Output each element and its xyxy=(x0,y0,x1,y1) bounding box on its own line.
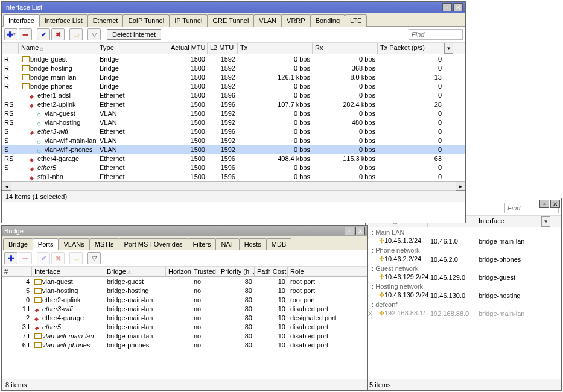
tab-eoip-tunnel[interactable]: EoIP Tunnel xyxy=(122,14,170,27)
tab-interface[interactable]: Interface xyxy=(3,14,40,27)
bridge-port-row[interactable]: 0ether2-uplinkbridge-main-lanno8010root … xyxy=(2,295,367,304)
tab-lte[interactable]: LTE xyxy=(345,14,367,27)
address-row[interactable]: ✢10.46.1.2/2410.46.1.0bridge-main-lan xyxy=(366,236,561,245)
address-row[interactable]: X✢192.168.88.1/...192.168.88.0bridge-mai… xyxy=(366,309,561,318)
interface-row[interactable]: RSvlan-guestVLAN150015920 bps0 bps0 xyxy=(2,109,465,118)
enable-button[interactable]: ✔ xyxy=(37,28,50,40)
ether-icon xyxy=(34,324,41,330)
address-group-row: ::: Phone network xyxy=(366,245,561,254)
columns-dropdown[interactable]: ▼ xyxy=(541,216,550,227)
interface-titlebar: Interface List ▫ ✕ xyxy=(2,2,465,13)
tab-bridge[interactable]: Bridge xyxy=(3,238,33,250)
interface-row[interactable]: Svlan-wifi-phonesVLAN150015920 bps0 bps0 xyxy=(2,145,465,154)
bridge-icon xyxy=(22,56,29,62)
col-tx-packet[interactable]: Tx Packet (p/s) xyxy=(378,43,444,54)
bridge-port-row[interactable]: 6 Ivlan-wifi-phonesbridge-phonesno8010di… xyxy=(2,340,367,349)
x-icon: ✖ xyxy=(56,254,61,262)
tab-vrrp[interactable]: VRRP xyxy=(281,14,311,27)
col-name[interactable]: Name△ xyxy=(19,43,97,54)
interface-row[interactable]: Rbridge-phonesBridge150015920 bps0 bps0 xyxy=(2,81,465,90)
interface-row[interactable]: Svlan-wifi-main-lanVLAN150015920 bps0 bp… xyxy=(2,136,465,145)
bridge-table-header: # Interface Bridge△ Horizon Trusted Prio… xyxy=(2,267,367,277)
interface-row[interactable]: ether1-adslEthernet150015960 bps0 bps0 xyxy=(2,90,465,100)
filter-button[interactable]: ▽ xyxy=(87,252,101,264)
bridge-tabs: BridgePortsVLANsMSTIsPort MST OverridesF… xyxy=(2,236,367,250)
bridge-port-row[interactable]: 1 Iether3-wifibridge-main-lanno8010disab… xyxy=(2,304,367,313)
col-flag[interactable] xyxy=(2,43,19,54)
tab-ethernet[interactable]: Ethernet xyxy=(87,14,124,27)
interface-row[interactable]: Rbridge-hostingBridge150015920 bps368 bp… xyxy=(2,63,465,72)
address-row[interactable]: ✢10.46.129.2/2410.46.129.0bridge-guest xyxy=(366,273,561,282)
tab-mdb[interactable]: MDB xyxy=(266,238,291,250)
col-actual-mtu[interactable]: Actual MTU xyxy=(168,43,208,54)
col-interface[interactable]: Interface xyxy=(476,216,541,227)
disable-button[interactable]: ✖ xyxy=(51,28,65,40)
interface-row[interactable]: RSvlan-hostingVLAN150015920 bps480 bps0 xyxy=(2,118,465,127)
interface-row[interactable]: Rbridge-main-lanBridge15001592126.1 kbps… xyxy=(2,72,465,81)
comment-button[interactable]: ▭ xyxy=(69,28,83,40)
bridge-port-row[interactable]: 5vlan-hostingbridge-hostingno8010root po… xyxy=(2,286,367,295)
tab-ip-tunnel[interactable]: IP Tunnel xyxy=(169,14,208,27)
address-group-row: ::: Hosting network xyxy=(366,282,561,291)
address-row[interactable]: ✢10.46.130.2/2410.46.130.0bridge-hosting xyxy=(366,291,561,300)
col-priority[interactable]: Priority (h... xyxy=(218,267,255,276)
tab-nat[interactable]: NAT xyxy=(215,238,239,250)
col-role[interactable]: Role xyxy=(288,267,354,276)
col-num[interactable]: # xyxy=(2,267,32,276)
tab-bonding[interactable]: Bonding xyxy=(310,14,345,27)
col-trusted[interactable]: Trusted xyxy=(191,267,218,276)
col-interface[interactable]: Interface xyxy=(32,267,104,276)
tab-vlan[interactable]: VLAN xyxy=(253,14,282,27)
comment-button[interactable]: ▭ xyxy=(69,252,83,264)
tab-mstis[interactable]: MSTIs xyxy=(89,238,119,250)
add-button[interactable]: ✚▾ xyxy=(4,28,17,40)
tab-vlans[interactable]: VLANs xyxy=(58,238,89,250)
bridge-port-row[interactable]: 7 Ivlan-wifi-main-lanbridge-main-lanno80… xyxy=(2,331,367,340)
col-type[interactable]: Type xyxy=(97,43,168,54)
ether-icon xyxy=(30,101,36,107)
scroll-right-button[interactable]: ▸ xyxy=(456,182,465,191)
remove-button[interactable]: ━ xyxy=(19,252,32,264)
bridge-port-row[interactable]: 3 Iether5bridge-main-lanno8010disabled p… xyxy=(2,322,367,331)
col-bridge[interactable]: Bridge△ xyxy=(104,267,166,276)
tab-hosts[interactable]: Hosts xyxy=(239,238,267,250)
interface-row[interactable]: RSether2-uplinkEthernet15001596107.7 kbp… xyxy=(2,100,465,109)
disable-button[interactable]: ✖ xyxy=(51,252,65,264)
minimize-button[interactable]: ▫ xyxy=(539,200,549,208)
col-rx[interactable]: Rx xyxy=(313,43,378,54)
address-group-row: ::: defconf xyxy=(366,300,561,309)
interface-row[interactable]: Sether3-wifiEthernet150015960 bps0 bps0 xyxy=(2,127,465,136)
bridge-port-row[interactable]: 4vlan-guestbridge-guestno8010root port xyxy=(2,277,367,286)
filter-button[interactable]: ▽ xyxy=(87,28,101,40)
interface-row[interactable]: sfp1-nbnEthernet150015960 bps0 bps0 xyxy=(2,172,465,181)
address-row[interactable]: ✢10.46.2.2/2410.46.2.0bridge-phones xyxy=(366,254,561,264)
tab-ports[interactable]: Ports xyxy=(33,238,59,250)
col-path-cost[interactable]: Path Cost xyxy=(255,267,288,276)
enable-button[interactable]: ✔ xyxy=(37,252,50,264)
close-button[interactable]: ✕ xyxy=(453,3,463,11)
add-button[interactable]: ✚ xyxy=(4,252,17,264)
tab-port-mst-overrides[interactable]: Port MST Overrides xyxy=(119,238,188,250)
interface-row[interactable]: RSether4-garageEthernet15001596408.4 kbp… xyxy=(2,154,465,163)
x-icon: ✖ xyxy=(56,31,61,39)
minimize-button[interactable]: ▫ xyxy=(345,227,354,235)
find-input[interactable] xyxy=(409,29,463,40)
minimize-button[interactable]: ▫ xyxy=(442,3,452,11)
tab-interface-list[interactable]: Interface List xyxy=(39,14,88,27)
close-button[interactable]: ✕ xyxy=(355,227,365,235)
detect-internet-button[interactable]: Detect Internet xyxy=(107,29,161,40)
bridge-port-row[interactable]: 2ether4-garagebridge-main-lanno8010desig… xyxy=(2,313,367,322)
interface-row[interactable]: Sether5Ethernet150015960 bps0 bps0 xyxy=(2,163,465,172)
address-group-row: ::: Main LAN xyxy=(366,227,561,236)
plus-icon: ✚ xyxy=(7,30,13,39)
tab-gre-tunnel[interactable]: GRE Tunnel xyxy=(207,14,254,27)
col-l2-mtu[interactable]: L2 MTU xyxy=(208,43,238,54)
col-horizon[interactable]: Horizon xyxy=(166,267,191,276)
col-tx[interactable]: Tx xyxy=(238,43,313,54)
tab-filters[interactable]: Filters xyxy=(188,238,217,250)
scroll-left-button[interactable]: ◂ xyxy=(2,182,11,191)
columns-dropdown[interactable]: ▼ xyxy=(444,43,453,54)
interface-row[interactable]: Rbridge-guestBridge150015920 bps0 bps0 xyxy=(2,54,465,63)
close-button[interactable]: ✕ xyxy=(550,200,560,208)
remove-button[interactable]: ━ xyxy=(19,28,32,40)
